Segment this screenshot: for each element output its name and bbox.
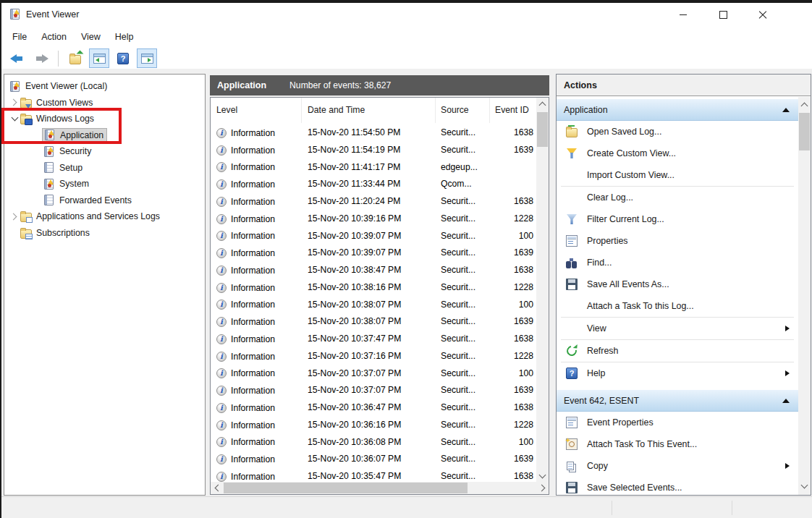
vertical-scroll-thumb[interactable]: [537, 112, 548, 147]
action-copy[interactable]: Copy: [557, 455, 798, 477]
scroll-right-button[interactable]: [536, 482, 549, 494]
action-event-properties[interactable]: Event Properties: [557, 412, 798, 433]
table-row[interactable]: Information15-Nov-20 10:36:47 PMSecurit.…: [211, 399, 536, 417]
action-label: Save All Events As...: [587, 279, 669, 289]
menu-action[interactable]: Action: [34, 27, 74, 48]
action-icon-slot: [564, 345, 580, 357]
actions-scroll-down-button[interactable]: [798, 480, 811, 492]
title-bar[interactable]: Event Viewer: [1, 3, 812, 27]
chevron-right-icon[interactable]: [10, 99, 17, 106]
collapse-section-icon[interactable]: [782, 108, 790, 112]
tree-item-windows-logs[interactable]: Windows Logs: [5, 111, 204, 127]
level-cell: Information: [216, 176, 275, 193]
action-clear-log[interactable]: Clear Log...: [557, 187, 798, 208]
action-import-custom-view[interactable]: Import Custom View...: [557, 164, 798, 186]
table-row[interactable]: Information15-Nov-20 11:41:17 PMedgeup..…: [211, 159, 536, 177]
table-row[interactable]: Information15-Nov-20 10:35:47 PMSecurit.…: [211, 468, 536, 482]
event-source: Securit...: [441, 313, 475, 331]
tree-item-setup[interactable]: Setup: [5, 160, 204, 176]
table-row[interactable]: Information15-Nov-20 10:37:07 PMSecurit.…: [211, 382, 536, 399]
minimize-button[interactable]: [667, 3, 699, 27]
menu-file[interactable]: File: [5, 27, 34, 48]
table-row[interactable]: Information15-Nov-20 11:54:19 PMSecurit.…: [211, 142, 536, 159]
tree-item-security[interactable]: Security: [5, 143, 204, 159]
maximize-button[interactable]: [707, 3, 739, 27]
table-row[interactable]: Information15-Nov-20 10:39:07 PMSecurit.…: [211, 228, 536, 245]
action-attach-a-task-to-this-log[interactable]: Attach a Task To this Log...: [557, 295, 798, 317]
tree-item-application[interactable]: Application: [5, 127, 204, 143]
close-icon: [758, 11, 767, 20]
table-row[interactable]: Information15-Nov-20 10:36:08 PMSecurit.…: [211, 434, 536, 451]
table-row[interactable]: Information15-Nov-20 10:38:16 PMSecurit.…: [211, 279, 536, 297]
table-row[interactable]: Information15-Nov-20 10:38:07 PMSecurit.…: [211, 297, 536, 314]
section-header-application[interactable]: Application: [557, 99, 798, 121]
tree-item-system[interactable]: System: [5, 176, 204, 192]
event-table: Level Date and Time Source Event ID Info…: [210, 97, 549, 495]
table-row[interactable]: Information15-Nov-20 10:37:47 PMSecurit.…: [211, 331, 536, 348]
information-icon: [216, 403, 227, 413]
table-row[interactable]: Information15-Nov-20 10:39:07 PMSecurit.…: [211, 245, 536, 262]
action-properties[interactable]: Properties: [557, 230, 798, 252]
chevron-right-icon[interactable]: [10, 213, 17, 220]
tree-item-subscriptions[interactable]: Subscriptions: [5, 225, 204, 241]
action-save-all-events-as[interactable]: Save All Events As...: [557, 273, 798, 295]
action-open-saved-log[interactable]: Open Saved Log...: [557, 121, 798, 143]
action-refresh[interactable]: Refresh: [557, 340, 798, 362]
close-button[interactable]: [747, 3, 779, 27]
action-label: Event Properties: [587, 417, 654, 428]
scroll-left-button[interactable]: [211, 482, 223, 494]
action-filter-current-log[interactable]: Filter Current Log...: [557, 208, 798, 230]
tree-item-applications-and-services-logs[interactable]: Applications and Services Logs: [5, 208, 204, 224]
menu-help[interactable]: Help: [108, 27, 141, 48]
export-button[interactable]: [65, 48, 85, 68]
level-cell: Information: [216, 262, 275, 279]
action-create-custom-view[interactable]: Create Custom View...: [557, 143, 798, 164]
table-row[interactable]: Information15-Nov-20 11:33:44 PMQcom...: [211, 176, 536, 193]
event-source: Securit...: [441, 245, 475, 262]
actions-scroll-thumb[interactable]: [799, 113, 810, 150]
action-save-selected-events[interactable]: Save Selected Events...: [557, 477, 798, 495]
help-button[interactable]: [113, 48, 133, 68]
scroll-up-button[interactable]: [536, 98, 549, 110]
actions-scrollbar[interactable]: [798, 97, 811, 495]
export-folder-icon: [69, 55, 81, 64]
forward-button[interactable]: [31, 48, 51, 68]
action-find[interactable]: Find...: [557, 252, 798, 273]
show-action-pane-button[interactable]: [137, 48, 157, 68]
column-header-event-id[interactable]: Event ID: [495, 98, 536, 123]
column-header-source[interactable]: Source: [441, 98, 490, 123]
table-row[interactable]: Information15-Nov-20 10:36:07 PMSecurit.…: [211, 451, 536, 468]
column-header-level[interactable]: Level: [216, 98, 302, 123]
tree-item-event-viewer-local[interactable]: Event Viewer (Local): [5, 78, 204, 94]
table-row[interactable]: Information15-Nov-20 10:37:16 PMSecurit.…: [211, 348, 536, 365]
table-row[interactable]: Information15-Nov-20 10:37:07 PMSecurit.…: [211, 365, 536, 383]
table-horizontal-scrollbar[interactable]: [211, 482, 549, 494]
action-icon-slot: [564, 213, 580, 225]
column-header-date-time[interactable]: Date and Time: [308, 98, 436, 123]
table-row[interactable]: Information15-Nov-20 10:36:16 PMSecurit.…: [211, 417, 536, 434]
scroll-down-button[interactable]: [536, 470, 549, 482]
actions-scroll-up-button[interactable]: [798, 98, 811, 111]
action-help[interactable]: Help: [557, 362, 798, 384]
section-header-event-642-esent[interactable]: Event 642, ESENT: [557, 390, 798, 412]
show-console-tree-button[interactable]: [89, 48, 109, 68]
tree-item-custom-views[interactable]: Custom Views: [5, 95, 204, 111]
event-source: Securit...: [441, 348, 475, 365]
table-row[interactable]: Information15-Nov-20 10:38:47 PMSecurit.…: [211, 262, 536, 279]
action-attach-task-to-this-event[interactable]: Attach Task To This Event...: [557, 433, 798, 455]
chevron-down-icon[interactable]: [11, 114, 18, 122]
tree-item-forwarded-events[interactable]: Forwarded Events: [5, 192, 204, 208]
table-row[interactable]: Information15-Nov-20 11:54:50 PMSecurit.…: [211, 124, 536, 142]
level-text: Information: [231, 300, 275, 310]
chevron-slot: [9, 97, 20, 109]
table-row[interactable]: Information15-Nov-20 10:38:07 PMSecurit.…: [211, 313, 536, 331]
table-vertical-scrollbar[interactable]: [536, 98, 549, 482]
collapse-section-icon[interactable]: [782, 399, 790, 403]
horizontal-scroll-thumb[interactable]: [224, 483, 468, 493]
back-button[interactable]: [7, 48, 28, 68]
table-row[interactable]: Information15-Nov-20 10:39:16 PMSecurit.…: [211, 211, 536, 228]
action-view[interactable]: View: [557, 318, 798, 339]
table-row[interactable]: Information15-Nov-20 11:20:24 PMSecurit.…: [211, 193, 536, 211]
menu-view[interactable]: View: [74, 27, 108, 48]
submenu-arrow-icon: [785, 463, 790, 469]
